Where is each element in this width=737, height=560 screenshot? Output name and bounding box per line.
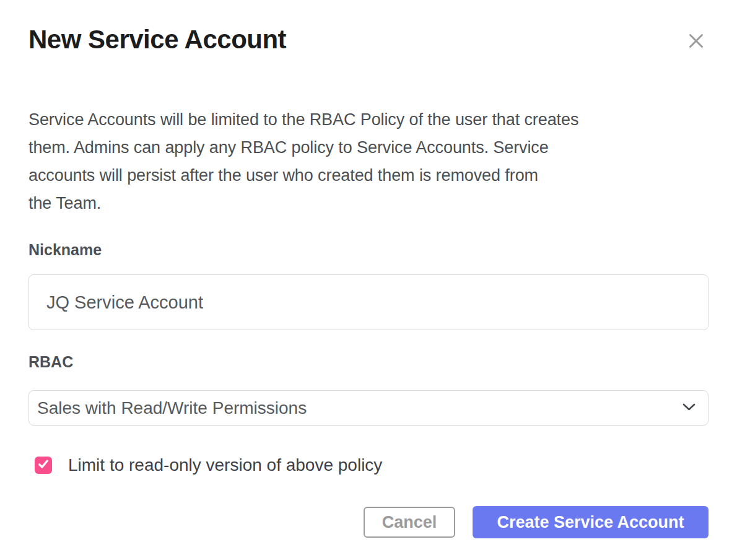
modal-header: New Service Account — [28, 0, 709, 56]
description-line: Service Accounts will be limited to the … — [28, 106, 709, 134]
readonly-checkbox[interactable] — [35, 457, 52, 474]
rbac-select[interactable]: Sales with Read/Write Permissions — [28, 390, 709, 426]
description-line: the Team. — [28, 190, 709, 217]
create-service-account-button[interactable]: Create Service Account — [473, 506, 709, 538]
nickname-label: Nickname — [28, 240, 709, 260]
new-service-account-modal: New Service Account Service Accounts wil… — [0, 0, 737, 560]
close-button[interactable] — [684, 28, 709, 53]
rbac-selected-value: Sales with Read/Write Permissions — [37, 398, 307, 418]
cancel-button[interactable]: Cancel — [364, 507, 455, 538]
chevron-down-icon — [682, 403, 696, 414]
modal-footer: Cancel Create Service Account — [28, 506, 709, 538]
rbac-label: RBAC — [28, 352, 709, 372]
nickname-input[interactable] — [28, 274, 709, 330]
page-title: New Service Account — [28, 24, 286, 56]
readonly-checkbox-label[interactable]: Limit to read-only version of above poli… — [68, 454, 382, 476]
readonly-checkbox-row: Limit to read-only version of above poli… — [28, 454, 709, 476]
description-line: accounts will persist after the user who… — [28, 162, 709, 190]
modal-description: Service Accounts will be limited to the … — [28, 106, 709, 217]
close-icon — [687, 42, 705, 51]
description-line: them. Admins can apply any RBAC policy t… — [28, 134, 709, 162]
checkmark-icon — [37, 458, 50, 473]
